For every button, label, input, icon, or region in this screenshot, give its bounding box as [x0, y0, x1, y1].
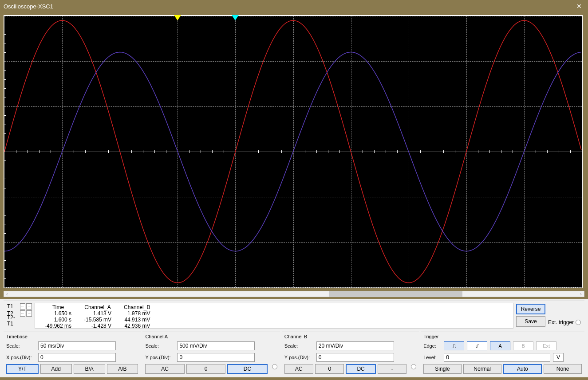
ext-trigger-label: Ext. trigger [548, 319, 574, 325]
timebase-scale-input[interactable] [38, 341, 116, 350]
channel-b-group: Channel B Scale: Y pos.(Div): AC 0 DC - [282, 332, 419, 374]
scroll-right-icon[interactable]: › [578, 291, 584, 297]
trigger-source-ext-button[interactable]: Ext [536, 341, 556, 350]
oscilloscope-screen[interactable] [4, 15, 583, 288]
col-chb-header: Channel_B [118, 304, 156, 310]
chb-ac-button[interactable]: AC [284, 364, 313, 374]
cha-color-indicator [272, 364, 277, 369]
trigger-normal-button[interactable]: Normal [463, 364, 501, 374]
chb-scale-input[interactable] [316, 341, 394, 350]
cursor-step-controls: T1 ← → T2 ← → T2-T1 [7, 303, 32, 324]
timebase-xpos-input[interactable] [38, 353, 116, 362]
channel-a-group: Channel A Scale: Y pos.(Div): AC 0 DC [142, 332, 280, 374]
window-title: Oscilloscope-XSC1 [4, 3, 574, 10]
cha-ypos-input[interactable] [177, 353, 255, 362]
scope-area [0, 12, 588, 290]
trigger-level-unit[interactable]: V [553, 353, 564, 362]
diff-time: -49.962 ms [39, 323, 78, 329]
cha-zero-button[interactable]: 0 [186, 364, 225, 374]
mode-ab-button[interactable]: A/B [107, 364, 138, 374]
cha-ac-button[interactable]: AC [145, 364, 184, 374]
parameter-controls: Timebase Scale: X pos.(Div): Y/T Add B/A… [4, 332, 584, 374]
waveform-canvas [4, 16, 582, 287]
trigger-title: Trigger [423, 334, 582, 339]
trigger-edge-falling-button[interactable]: ⎎ [467, 341, 487, 350]
trigger-group: Trigger Edge: ⎍ ⎎ A B Ext Level: V Singl… [421, 332, 584, 374]
col-time-header: Time [39, 304, 78, 310]
cursor-readout-panel: T1 ← → T2 ← → T2-T1 Time Channel_A Chann… [4, 301, 584, 330]
trigger-level-input[interactable] [444, 353, 550, 362]
falling-edge-icon: ⎎ [476, 343, 479, 349]
chb-scale-label: Scale: [284, 343, 314, 349]
reverse-button[interactable]: Reverse [516, 304, 545, 314]
trigger-edge-rising-button[interactable]: ⎍ [444, 341, 464, 350]
cha-title: Channel A [145, 334, 277, 339]
mode-add-button[interactable]: Add [40, 364, 72, 374]
cursor-readout-table: Time Channel_A Channel_B 1.650 s 1.413 V… [35, 303, 513, 329]
scrollbar-thumb[interactable] [329, 291, 462, 297]
chb-ypos-input[interactable] [316, 353, 394, 362]
t1-step-left-button[interactable]: ← [20, 303, 26, 309]
cha-ypos-label: Y pos.(Div): [145, 355, 174, 360]
t1-step-right-button[interactable]: → [26, 303, 32, 309]
mode-ba-button[interactable]: B/A [74, 364, 105, 374]
trigger-level-label: Level: [423, 355, 441, 360]
close-icon[interactable]: ✕ [574, 3, 584, 10]
timebase-xpos-label: X pos.(Div): [6, 355, 36, 360]
chb-title: Channel B [284, 334, 416, 339]
t2-chb: 44.913 mV [118, 317, 156, 323]
cha-scale-input[interactable] [177, 341, 255, 350]
time-marker-t1[interactable] [174, 15, 181, 20]
t2-step-right-button[interactable]: → [26, 310, 32, 317]
chb-color-indicator [411, 364, 416, 369]
t1-time: 1.650 s [39, 310, 78, 317]
diff-chb: 42.936 mV [118, 323, 156, 329]
t2-cha: -15.585 mV [78, 317, 118, 323]
trigger-source-b-button[interactable]: B [513, 341, 533, 350]
timebase-group: Timebase Scale: X pos.(Div): Y/T Add B/A… [4, 332, 141, 374]
save-button[interactable]: Save [516, 316, 545, 327]
control-panel: T1 ← → T2 ← → T2-T1 Time Channel_A Chann… [0, 299, 588, 377]
chb-neg-button[interactable]: - [378, 364, 406, 374]
timebase-scale-label: Scale: [6, 343, 36, 349]
trigger-single-button[interactable]: Single [423, 364, 462, 374]
chb-dc-button[interactable]: DC [346, 364, 375, 374]
time-marker-t2[interactable] [232, 15, 239, 20]
ext-trigger-row: Ext. trigger [548, 319, 581, 325]
ext-trigger-indicator[interactable] [576, 320, 581, 325]
trigger-source-a-button[interactable]: A [490, 341, 510, 350]
t2-step-left-button[interactable]: ← [20, 310, 26, 317]
titlebar: Oscilloscope-XSC1 ✕ [0, 0, 588, 12]
timebase-title: Timebase [6, 334, 138, 339]
t1-label: T1 [7, 303, 19, 309]
t2-time: 1.600 s [39, 317, 78, 323]
col-cha-header: Channel_A [78, 304, 118, 310]
t1-chb: 1.978 mV [118, 310, 156, 317]
horizontal-scrollbar[interactable]: ‹ › [4, 291, 584, 297]
chb-ypos-label: Y pos.(Div): [284, 355, 314, 360]
side-buttons: Reverse Save [516, 303, 545, 327]
t1-cha: 1.413 V [78, 310, 118, 317]
trigger-edge-label: Edge: [423, 343, 441, 349]
cha-dc-button[interactable]: DC [227, 364, 267, 374]
chb-zero-button[interactable]: 0 [315, 364, 344, 374]
cha-scale-label: Scale: [145, 343, 174, 349]
rising-edge-icon: ⎍ [453, 343, 456, 349]
diff-cha: -1.428 V [78, 323, 118, 329]
t2t1-label: T2-T1 [7, 314, 20, 327]
trigger-none-button[interactable]: None [544, 364, 582, 374]
trigger-auto-button[interactable]: Auto [503, 364, 542, 374]
mode-yt-button[interactable]: Y/T [6, 364, 39, 374]
scroll-left-icon[interactable]: ‹ [4, 291, 10, 297]
